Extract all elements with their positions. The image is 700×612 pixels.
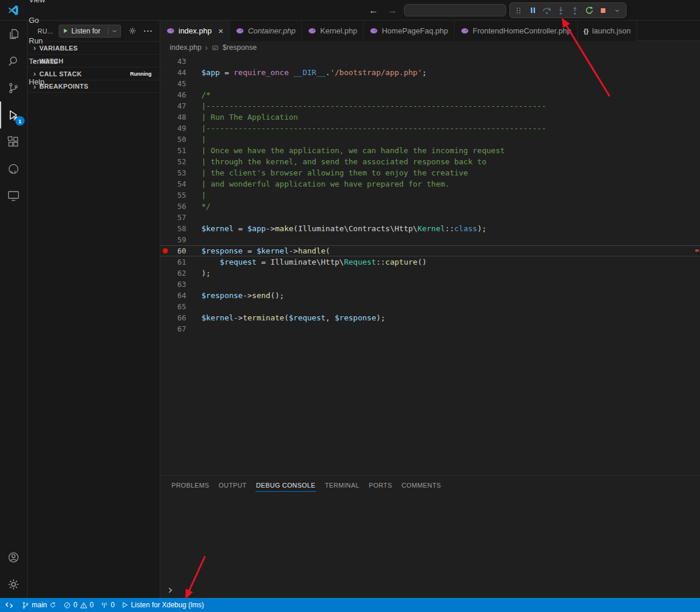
ports-count: 0	[110, 601, 115, 609]
gutter-breakpoint-area[interactable]	[160, 248, 170, 253]
settings-icon	[6, 577, 21, 591]
activity-item-source-control[interactable]	[0, 75, 27, 102]
xdebug-status[interactable]: Listen for Xdebug (lms)	[118, 598, 207, 612]
activity-item-accounts[interactable]	[0, 544, 27, 571]
forward-arrow-icon[interactable]: →	[388, 5, 397, 16]
tab-frontendhomecontroller.php[interactable]: FrontendHomeController.php	[455, 21, 578, 41]
code-line[interactable]: 55|	[160, 190, 700, 201]
gear-icon[interactable]	[128, 26, 137, 35]
code-line[interactable]: 65	[160, 301, 700, 312]
breadcrumb-symbol[interactable]: $response	[223, 43, 257, 52]
menu-terminal[interactable]: Terminal	[23, 51, 65, 72]
drag-handle-button[interactable]	[512, 4, 525, 17]
code-line[interactable]: 58$kernel = $app->make(Illuminate\Contra…	[160, 223, 700, 234]
activity-bar: 1	[0, 21, 28, 598]
activity-item-run-and-debug[interactable]: 1	[0, 102, 27, 129]
back-arrow-icon[interactable]: ←	[369, 5, 378, 16]
activity-item-settings[interactable]	[0, 571, 27, 598]
more-actions-icon[interactable]: ···	[144, 26, 153, 35]
activity-item-remote-explorer[interactable]	[0, 182, 27, 209]
tab-container.php[interactable]: Container.php	[230, 21, 302, 41]
debug-console-input[interactable]	[160, 582, 700, 598]
restart-button[interactable]	[583, 4, 595, 17]
panel-tab-comments[interactable]: COMMENTS	[401, 476, 442, 496]
php-icon	[369, 26, 378, 35]
code-line[interactable]: 52| through the kernel, and send the ass…	[160, 156, 700, 167]
line-number: 49	[170, 124, 186, 133]
tab-launch.json[interactable]: {}launch.json	[578, 21, 637, 41]
php-icon	[235, 26, 244, 35]
code-line[interactable]: 53| the client's browser allowing them t…	[160, 167, 700, 178]
branch-status[interactable]: main	[18, 598, 60, 612]
error-icon	[63, 601, 71, 609]
ports-status[interactable]: 0	[97, 598, 118, 612]
code-editor[interactable]: 4344$app = require_once __DIR__.'/bootst…	[160, 54, 700, 475]
line-number: 44	[170, 68, 186, 77]
code-line[interactable]: 63	[160, 279, 700, 290]
radio-tower-icon	[100, 601, 108, 609]
menu-view[interactable]: View	[23, 0, 65, 10]
code-line[interactable]: 57	[160, 212, 700, 223]
code-line[interactable]: 60$response = $kernel->handle(	[160, 245, 700, 256]
tab-homepagefaq.php[interactable]: HomePageFaq.php	[364, 21, 455, 41]
json-icon: {}	[584, 28, 589, 35]
activity-item-extensions[interactable]	[0, 129, 27, 155]
code-line[interactable]: 43	[160, 56, 700, 67]
tab-index.php[interactable]: index.php×	[160, 21, 230, 41]
code-text: $kernel->terminate($request, $response);	[201, 313, 385, 322]
code-line[interactable]: 44$app = require_once __DIR__.'/bootstra…	[160, 67, 700, 78]
line-number: 62	[170, 269, 186, 278]
menu-go[interactable]: Go	[23, 10, 65, 31]
code-line[interactable]: 67	[160, 323, 700, 334]
restart-icon	[585, 6, 594, 15]
step-over-button[interactable]	[540, 4, 553, 17]
code-line[interactable]: 54| and wonderful application we have pr…	[160, 178, 700, 190]
code-line[interactable]: 66$kernel->terminate($request, $response…	[160, 312, 700, 323]
problems-status[interactable]: 0 0	[60, 598, 97, 612]
step-into-button[interactable]	[554, 4, 567, 17]
command-center-search[interactable]	[404, 4, 506, 16]
activity-bar-spacer	[0, 209, 27, 544]
code-line[interactable]: 62);	[160, 268, 700, 279]
line-number: 53	[170, 168, 186, 177]
step-out-button[interactable]	[568, 4, 581, 17]
breadcrumb-file[interactable]: index.php	[170, 43, 201, 52]
stop-button[interactable]	[597, 4, 610, 17]
code-text: $response->send();	[201, 291, 284, 300]
code-line[interactable]: 56*/	[160, 201, 700, 212]
breakpoint-icon[interactable]	[163, 248, 168, 253]
activity-item-github[interactable]	[0, 155, 27, 182]
dropdown-separator	[108, 27, 109, 35]
code-line[interactable]: 47|-------------------------------------…	[160, 100, 700, 111]
code-line[interactable]: 59	[160, 234, 700, 245]
debug-config-dropdown[interactable]: Listen for	[59, 25, 121, 38]
activity-item-explorer[interactable]	[0, 21, 27, 48]
code-text: $response = $kernel->handle(	[201, 246, 330, 255]
menu-run[interactable]: Run	[23, 31, 65, 51]
code-line[interactable]: 64$response->send();	[160, 290, 700, 301]
code-text: /*	[201, 90, 211, 99]
code-line[interactable]: 46/*	[160, 89, 700, 100]
stop-dropdown-button[interactable]	[611, 4, 624, 17]
panel-tab-debug-console[interactable]: DEBUG CONSOLE	[255, 476, 316, 496]
code-line[interactable]: 45	[160, 78, 700, 89]
step-out-icon	[570, 6, 580, 15]
code-line[interactable]: 61 $request = Illuminate\Http\Request::c…	[160, 256, 700, 268]
code-line[interactable]: 50|	[160, 134, 700, 145]
pause-button[interactable]	[526, 4, 539, 17]
code-line[interactable]: 49|-------------------------------------…	[160, 123, 700, 134]
panel-tab-output[interactable]: OUTPUT	[218, 476, 247, 496]
code-text: | through the kernel, and send the assoc…	[201, 157, 486, 166]
panel-tab-terminal[interactable]: TERMINAL	[324, 476, 360, 496]
activity-item-search[interactable]	[0, 48, 27, 75]
bottom-panel: PROBLEMSOUTPUTDEBUG CONSOLETERMINALPORTS…	[160, 475, 700, 598]
code-line[interactable]: 51| Once we have the application, we can…	[160, 145, 700, 156]
panel-tab-ports[interactable]: PORTS	[368, 476, 393, 496]
code-line[interactable]: 48| Run The Application	[160, 111, 700, 123]
close-icon[interactable]: ×	[218, 26, 223, 35]
tab-kernel.php[interactable]: Kernel.php	[302, 21, 364, 41]
menu-help[interactable]: Help	[23, 72, 65, 92]
chevron-right-icon	[167, 587, 174, 594]
remote-indicator[interactable]	[0, 598, 18, 612]
panel-tab-problems[interactable]: PROBLEMS	[171, 476, 210, 496]
